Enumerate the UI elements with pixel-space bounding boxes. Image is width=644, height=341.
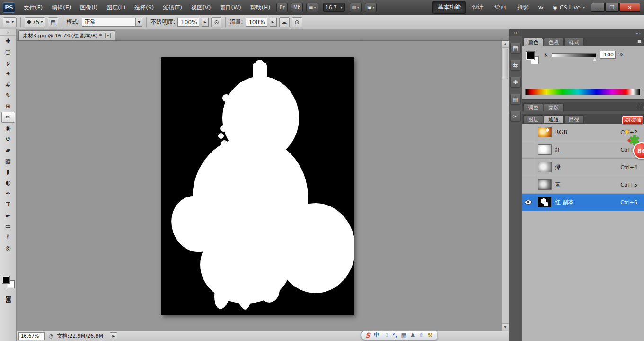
- document-canvas[interactable]: [161, 57, 354, 315]
- soft-keyboard-icon[interactable]: ▦: [401, 332, 406, 339]
- document-tab[interactable]: 素材3.jpg @ 16.7%(红 副本/8) * ×: [18, 30, 115, 40]
- sogou-logo-icon[interactable]: S: [365, 332, 370, 339]
- menu-view[interactable]: 视图(V): [187, 0, 215, 15]
- menu-edit[interactable]: 编辑(E): [47, 0, 75, 15]
- workspace-overflow-button[interactable]: ≫: [535, 4, 547, 11]
- workspace-painting[interactable]: 绘画: [489, 1, 511, 14]
- full-half-width-icon[interactable]: ☽: [383, 332, 388, 339]
- menu-filter[interactable]: 滤镜(T): [159, 0, 186, 15]
- history-brush-tool[interactable]: ↺: [1, 134, 15, 144]
- workspace-photography[interactable]: 摄影: [512, 1, 534, 14]
- zoom-tool[interactable]: ◎: [1, 242, 15, 253]
- flow-pressure-toggle[interactable]: ⊙: [292, 17, 302, 27]
- eraser-tool[interactable]: ▰: [1, 144, 15, 155]
- zoom-level-field[interactable]: 16.7 ▾: [323, 3, 345, 12]
- tab-color[interactable]: 颜色: [523, 38, 543, 46]
- airbrush-toggle[interactable]: ☁: [279, 17, 290, 27]
- menu-layer[interactable]: 图层(L): [102, 0, 130, 15]
- eyedropper-tool[interactable]: ✎: [1, 90, 15, 101]
- toggle-brush-panel-button[interactable]: ▤: [48, 17, 58, 27]
- adjustment-panel-icon[interactable]: ✚: [510, 77, 521, 88]
- color-spectrum-ramp[interactable]: [525, 89, 640, 95]
- toolbox-icon[interactable]: ⇧: [419, 332, 424, 339]
- menu-image[interactable]: 图像(I): [76, 0, 102, 15]
- foreground-color-swatch[interactable]: [2, 276, 10, 284]
- tab-swatches[interactable]: 色板: [544, 38, 564, 46]
- move-tool[interactable]: ✚: [1, 36, 15, 46]
- histogram-panel-icon[interactable]: ▦: [510, 94, 521, 105]
- visibility-toggle[interactable]: [522, 194, 534, 211]
- flow-field[interactable]: 100%: [246, 18, 267, 27]
- status-flyout-button[interactable]: ▶: [110, 332, 117, 340]
- cs-live-button[interactable]: ◉ CS Live ▾: [553, 4, 585, 11]
- opacity-pressure-toggle[interactable]: ⊙: [211, 17, 221, 27]
- arrange-documents-button[interactable]: ▦ ▾: [306, 3, 318, 12]
- foreground-color-swatch[interactable]: [526, 52, 534, 60]
- punctuation-icon[interactable]: °,: [392, 332, 397, 339]
- menu-window[interactable]: 窗口(W): [215, 0, 245, 15]
- close-button[interactable]: ×: [619, 3, 640, 12]
- scroll-down-icon[interactable]: ▼: [502, 323, 509, 331]
- shape-tool[interactable]: ▭: [1, 221, 15, 232]
- panel-menu-icon[interactable]: ≡: [637, 104, 642, 109]
- channel-row-blue[interactable]: 蓝 Ctrl+5: [522, 176, 644, 194]
- k-value-field[interactable]: 100: [600, 51, 616, 59]
- clone-stamp-tool[interactable]: ◉: [1, 123, 15, 134]
- clipboard-icon[interactable]: ♟: [410, 332, 415, 339]
- restore-button[interactable]: ❐: [605, 3, 619, 12]
- visibility-toggle[interactable]: [522, 124, 534, 141]
- promo-accelerate-tag[interactable]: 点我加速: [622, 116, 643, 124]
- collapse-dock-button[interactable]: »»: [522, 29, 644, 37]
- visibility-toggle[interactable]: [522, 176, 534, 193]
- ps-logo[interactable]: PS: [3, 2, 15, 13]
- minimize-button[interactable]: —: [591, 3, 605, 12]
- grid-panel-icon[interactable]: ▤: [510, 43, 521, 54]
- scroll-up-icon[interactable]: ▲: [502, 41, 509, 48]
- brush-size-picker[interactable]: 75 ▾: [25, 17, 45, 27]
- tab-styles[interactable]: 样式: [564, 38, 584, 46]
- scissors-panel-icon[interactable]: ✂: [510, 111, 521, 122]
- tab-layers[interactable]: 图层: [523, 115, 543, 123]
- hand-tool[interactable]: ✌: [1, 232, 15, 242]
- workspace-design[interactable]: 设计: [467, 1, 488, 14]
- menu-select[interactable]: 选择(S): [130, 0, 158, 15]
- screen-mode-button[interactable]: ▣ ▾: [365, 3, 377, 12]
- blend-mode-select[interactable]: 正常 ▼: [82, 18, 142, 27]
- chinese-english-toggle-icon[interactable]: 中: [374, 331, 379, 339]
- gradient-tool[interactable]: ▨: [1, 155, 15, 166]
- healing-brush-tool[interactable]: ⊞: [1, 101, 15, 112]
- swap-arrows-panel-icon[interactable]: ⇆: [510, 60, 521, 71]
- tab-paths[interactable]: 路径: [564, 115, 584, 123]
- view-extras-button[interactable]: ▥ ▾: [350, 3, 362, 12]
- tab-adjustments[interactable]: 调整: [523, 103, 543, 111]
- k-slider-track[interactable]: [552, 53, 596, 57]
- type-tool[interactable]: T: [1, 199, 15, 210]
- launch-bridge-button[interactable]: Br: [276, 3, 288, 12]
- k-slider-handle[interactable]: [593, 58, 597, 61]
- close-icon[interactable]: ×: [105, 33, 111, 38]
- visibility-toggle[interactable]: [522, 141, 534, 158]
- workspace-essentials[interactable]: 基本功能: [432, 1, 466, 14]
- flow-stepper[interactable]: ▶: [270, 18, 277, 27]
- pen-tool[interactable]: ✒: [1, 188, 15, 199]
- rectangular-marquee-tool[interactable]: ▢: [1, 46, 15, 57]
- quick-selection-tool[interactable]: ✦: [1, 68, 15, 79]
- lasso-tool[interactable]: ϱ: [1, 57, 15, 68]
- expand-dock-button[interactable]: ‹‹: [509, 29, 522, 36]
- path-selection-tool[interactable]: ►: [1, 210, 15, 221]
- menu-file[interactable]: 文件(F): [19, 0, 47, 15]
- dodge-tool[interactable]: ◐: [1, 177, 15, 188]
- status-zoom-field[interactable]: 16.67%: [18, 332, 45, 340]
- quick-mask-button[interactable]: ◙: [2, 294, 15, 304]
- blur-tool[interactable]: ◗: [1, 166, 15, 177]
- tab-masks[interactable]: 蒙版: [544, 103, 564, 111]
- tools-panel-collapse-button[interactable]: ››: [0, 29, 16, 36]
- vertical-scrollbar[interactable]: ▲ ▼: [502, 41, 509, 331]
- tool-preset-picker[interactable]: ✏ ▾: [3, 17, 17, 27]
- opacity-stepper[interactable]: ▶: [202, 18, 209, 27]
- channel-row-green[interactable]: 绿 Ctrl+4: [522, 159, 644, 176]
- wrench-icon[interactable]: ⚒: [428, 332, 433, 339]
- scrollbar-thumb[interactable]: [503, 49, 508, 79]
- launch-mini-bridge-button[interactable]: Mb: [291, 3, 303, 12]
- panel-menu-icon[interactable]: ≡: [637, 39, 642, 44]
